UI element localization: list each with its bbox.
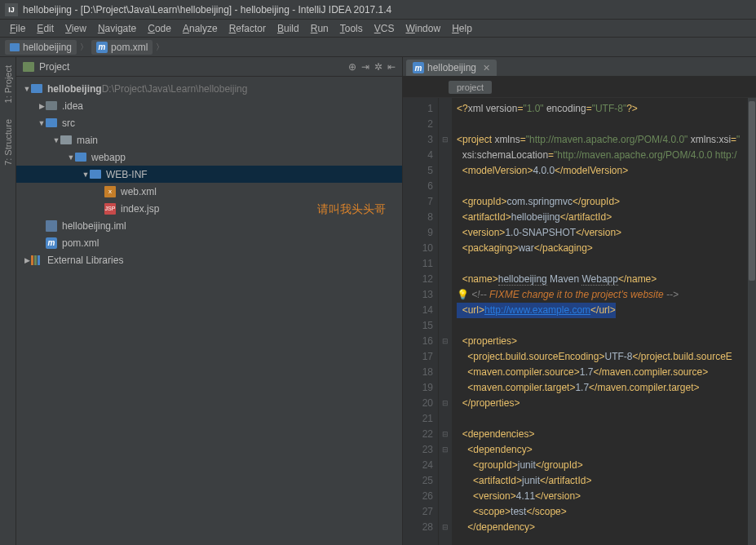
menu-run[interactable]: Run xyxy=(306,21,334,36)
editor-breadcrumb: project xyxy=(403,77,756,98)
fold-gutter[interactable]: ⊟⊟⊟⊟⊟⊟ xyxy=(439,98,452,545)
editor-tab[interactable]: m hellobeijing ✕ xyxy=(406,60,497,76)
navbar: hellobeijing〉mpom.xml〉 xyxy=(0,38,756,57)
tree-row[interactable]: ▼main xyxy=(16,131,402,148)
project-tree[interactable]: ▼hellobeijing D:\Project\Java\Learn\hell… xyxy=(16,77,402,545)
menu-navigate[interactable]: Navigate xyxy=(93,21,141,36)
breadcrumb: hellobeijing〉mpom.xml〉 xyxy=(5,40,164,55)
tree-label: pom.xml xyxy=(62,237,99,249)
expand-arrow-icon[interactable]: ▼ xyxy=(67,153,75,162)
gear-icon[interactable]: ✲ xyxy=(374,61,382,73)
tree-label: hellobeijing xyxy=(47,83,102,95)
tool-tab-structure[interactable]: 7: Structure xyxy=(2,114,15,171)
panel-header: Project ⊕ ⇥ ✲ ⇤ xyxy=(16,57,402,77)
tree-label: webapp xyxy=(91,152,126,163)
menu-help[interactable]: Help xyxy=(447,21,477,36)
iml-icon xyxy=(46,220,57,232)
menu-tools[interactable]: Tools xyxy=(335,21,368,36)
tree-label: External Libraries xyxy=(47,255,123,266)
tool-window-stripe: 1: Project 7: Structure xyxy=(0,57,16,545)
expand-arrow-icon[interactable]: ▶ xyxy=(23,256,31,264)
scrollbar[interactable] xyxy=(748,98,756,545)
menu-refactor[interactable]: Refactor xyxy=(224,21,271,36)
folder-blue-icon xyxy=(90,170,101,179)
tree-row[interactable]: ▼webapp xyxy=(16,148,402,166)
folder-icon xyxy=(60,135,72,144)
m-icon: m xyxy=(46,237,57,249)
editor: m hellobeijing ✕ project 123456789101112… xyxy=(403,57,756,545)
tree-path: D:\Project\Java\Learn\hellobeijing xyxy=(102,83,248,95)
watermark-text: 请叫我头头哥 xyxy=(317,202,386,217)
expand-arrow-icon[interactable]: ▼ xyxy=(52,136,60,144)
expand-arrow-icon[interactable]: ▼ xyxy=(38,119,46,127)
maven-icon: m xyxy=(413,62,424,73)
tree-label: src xyxy=(62,117,75,129)
maven-icon: m xyxy=(96,42,108,53)
tree-row[interactable]: xweb.xml xyxy=(16,183,402,200)
breadcrumb-label: pom.xml xyxy=(111,42,148,53)
tree-row[interactable]: ▼src xyxy=(16,114,402,131)
menu-build[interactable]: Build xyxy=(272,21,304,36)
tab-label: hellobeijing xyxy=(427,62,476,73)
folder-blue-icon xyxy=(31,84,42,93)
titlebar: IJ hellobeijing - [D:\Project\Java\Learn… xyxy=(0,0,756,20)
tree-row[interactable]: ▶.idea xyxy=(16,97,402,114)
menu-analyze[interactable]: Analyze xyxy=(178,21,223,36)
tree-label: .idea xyxy=(62,100,83,112)
panel-title: Project xyxy=(39,61,69,73)
tree-row[interactable]: ▶External Libraries xyxy=(16,251,402,268)
editor-tabs: m hellobeijing ✕ xyxy=(403,57,756,77)
code-area[interactable]: 1234567891011121314151617181920212223242… xyxy=(403,98,756,545)
close-icon[interactable]: ✕ xyxy=(483,63,490,73)
tree-label: web.xml xyxy=(121,186,157,197)
project-icon xyxy=(23,62,34,72)
code-content[interactable]: <?xml version="1.0" encoding="UTF-8"?> <… xyxy=(452,98,748,545)
project-panel: Project ⊕ ⇥ ✲ ⇤ ▼hellobeijing D:\Project… xyxy=(16,57,403,545)
chevron-right-icon: 〉 xyxy=(80,42,88,53)
window-title: hellobeijing - [D:\Project\Java\Learn\he… xyxy=(23,4,391,16)
expand-arrow-icon[interactable]: ▼ xyxy=(23,85,31,93)
menu-file[interactable]: File xyxy=(5,21,30,36)
tree-row[interactable]: mpom.xml xyxy=(16,234,402,251)
lib-icon xyxy=(31,255,42,265)
collapse-icon[interactable]: ⇥ xyxy=(361,61,369,73)
menu-edit[interactable]: Edit xyxy=(32,21,59,36)
folder-dark-icon xyxy=(46,101,57,110)
expand-arrow-icon[interactable]: ▶ xyxy=(38,102,46,110)
line-numbers: 1234567891011121314151617181920212223242… xyxy=(403,98,439,545)
hide-icon[interactable]: ⇤ xyxy=(387,61,396,73)
scrollbar-thumb[interactable] xyxy=(749,101,755,281)
scroll-icon[interactable]: ⊕ xyxy=(348,61,356,73)
breadcrumb-label: hellobeijing xyxy=(23,42,72,53)
tree-row[interactable]: ▼WEB-INF xyxy=(16,166,402,183)
menu-vcs[interactable]: VCS xyxy=(369,21,400,36)
breadcrumb-item[interactable]: mpom.xml xyxy=(91,40,153,55)
chevron-right-icon: 〉 xyxy=(156,42,164,53)
tree-label: WEB-INF xyxy=(106,169,148,180)
menu-window[interactable]: Window xyxy=(400,21,445,36)
tree-row[interactable]: hellobeijing.iml xyxy=(16,217,402,234)
folder-icon xyxy=(10,43,20,51)
app-icon: IJ xyxy=(5,3,18,16)
menubar: FileEditViewNavigateCodeAnalyzeRefactorB… xyxy=(0,20,756,38)
tree-row[interactable]: ▼hellobeijing D:\Project\Java\Learn\hell… xyxy=(16,80,402,97)
jsp-icon: JSP xyxy=(104,203,116,215)
expand-arrow-icon[interactable]: ▼ xyxy=(82,171,90,179)
tree-label: hellobeijing.iml xyxy=(62,220,126,232)
xml-icon: x xyxy=(104,186,116,197)
tree-label: main xyxy=(77,135,98,146)
folder-blue-icon xyxy=(75,153,86,162)
tool-tab-project[interactable]: 1: Project xyxy=(2,60,15,108)
folder-blue-icon xyxy=(46,118,57,127)
breadcrumb-item[interactable]: hellobeijing xyxy=(5,40,77,55)
menu-view[interactable]: View xyxy=(60,21,91,36)
crumb-pill[interactable]: project xyxy=(449,81,492,94)
tree-label: index.jsp xyxy=(121,203,159,215)
menu-code[interactable]: Code xyxy=(143,21,176,36)
